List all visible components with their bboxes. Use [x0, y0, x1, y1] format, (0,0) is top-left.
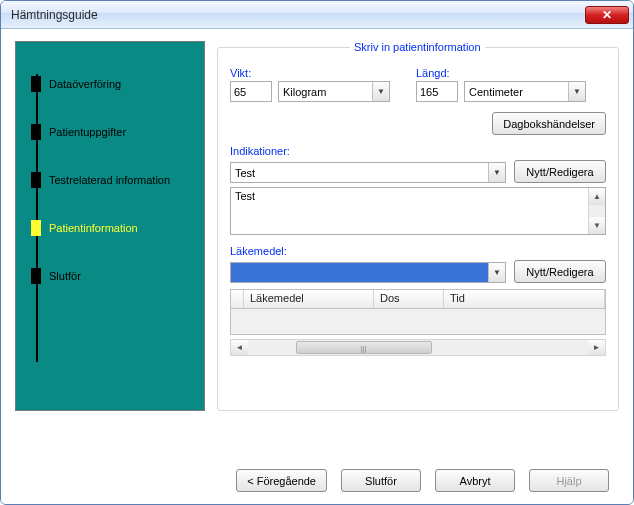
titlebar: Hämtningsguide ✕: [1, 1, 633, 29]
chevron-down-icon: ▼: [488, 163, 505, 182]
scroll-left-icon: ◄: [231, 340, 248, 355]
indications-list[interactable]: Test ▲ ▼: [230, 187, 606, 235]
indications-new-edit-button[interactable]: Nytt/Redigera: [514, 160, 606, 183]
wizard-steps-panel: Dataöverföring Patientuppgifter Testrela…: [15, 41, 205, 411]
meds-select[interactable]: ▼: [230, 262, 506, 283]
scroll-down-icon: ▼: [589, 217, 605, 234]
indications-selected: Test: [235, 167, 255, 179]
weight-label: Vikt:: [230, 67, 272, 79]
step-label: Slutför: [49, 270, 81, 282]
indications-select[interactable]: Test ▼: [230, 162, 506, 183]
chevron-down-icon: ▼: [488, 263, 505, 282]
close-icon: ✕: [602, 8, 612, 22]
wizard-window: Hämtningsguide ✕ Dataöverföring Patientu…: [0, 0, 634, 505]
weight-unit-select[interactable]: Kilogram ▼: [278, 81, 390, 102]
list-item: Test: [235, 190, 255, 202]
back-button[interactable]: < Föregående: [236, 469, 327, 492]
height-unit-value: Centimeter: [469, 86, 523, 98]
height-input[interactable]: [416, 81, 458, 102]
step-marker-icon: [31, 76, 41, 92]
col-dos: Dos: [374, 290, 444, 308]
scroll-grip-icon: |||: [360, 344, 366, 353]
step-marker-icon: [31, 172, 41, 188]
fieldset-legend: Skriv in patientinformation: [350, 41, 485, 53]
client-area: Dataöverföring Patientuppgifter Testrela…: [1, 29, 633, 504]
meds-table-header: Läkemedel Dos Tid: [230, 289, 606, 309]
wizard-step-dataoverforing[interactable]: Dataöverföring: [24, 60, 196, 108]
meds-new-edit-button[interactable]: Nytt/Redigera: [514, 260, 606, 283]
weight-input[interactable]: [230, 81, 272, 102]
col-lakemedel: Läkemedel: [244, 290, 374, 308]
step-label: Testrelaterad information: [49, 174, 170, 186]
step-marker-icon: [31, 268, 41, 284]
chevron-down-icon: ▼: [372, 82, 389, 101]
wizard-step-slutfor[interactable]: Slutför: [24, 252, 196, 300]
scroll-right-icon: ►: [588, 340, 605, 355]
chevron-down-icon: ▼: [568, 82, 585, 101]
patient-info-panel: Skriv in patientinformation Vikt: Kilogr…: [217, 41, 619, 411]
weight-unit-value: Kilogram: [283, 86, 326, 98]
cancel-button[interactable]: Avbryt: [435, 469, 515, 492]
finish-button[interactable]: Slutför: [341, 469, 421, 492]
help-button[interactable]: Hjälp: [529, 469, 609, 492]
step-label: Dataöverföring: [49, 78, 121, 90]
height-label: Längd:: [416, 67, 458, 79]
wizard-connector-line: [36, 74, 38, 362]
wizard-footer: < Föregående Slutför Avbryt Hjälp: [15, 469, 619, 492]
meds-table-body[interactable]: [230, 309, 606, 335]
meds-label: Läkemedel:: [230, 245, 606, 257]
step-marker-icon: [31, 124, 41, 140]
wizard-step-testrelaterad[interactable]: Testrelaterad information: [24, 156, 196, 204]
patient-info-fieldset: Skriv in patientinformation Vikt: Kilogr…: [217, 41, 619, 411]
close-button[interactable]: ✕: [585, 6, 629, 24]
indications-label: Indikationer:: [230, 145, 606, 157]
diary-events-button[interactable]: Dagbokshändelser: [492, 112, 606, 135]
scroll-track: |||: [248, 340, 588, 355]
wizard-step-patientuppgifter[interactable]: Patientuppgifter: [24, 108, 196, 156]
wizard-step-patientinformation[interactable]: Patientinformation: [24, 204, 196, 252]
step-label: Patientinformation: [49, 222, 138, 234]
step-marker-icon: [31, 220, 41, 236]
height-unit-select[interactable]: Centimeter ▼: [464, 81, 586, 102]
step-label: Patientuppgifter: [49, 126, 126, 138]
vertical-scrollbar[interactable]: ▲ ▼: [588, 188, 605, 234]
window-title: Hämtningsguide: [11, 8, 98, 22]
col-tid: Tid: [444, 290, 605, 308]
horizontal-scrollbar[interactable]: ◄ ||| ►: [230, 339, 606, 356]
scroll-up-icon: ▲: [589, 188, 605, 205]
